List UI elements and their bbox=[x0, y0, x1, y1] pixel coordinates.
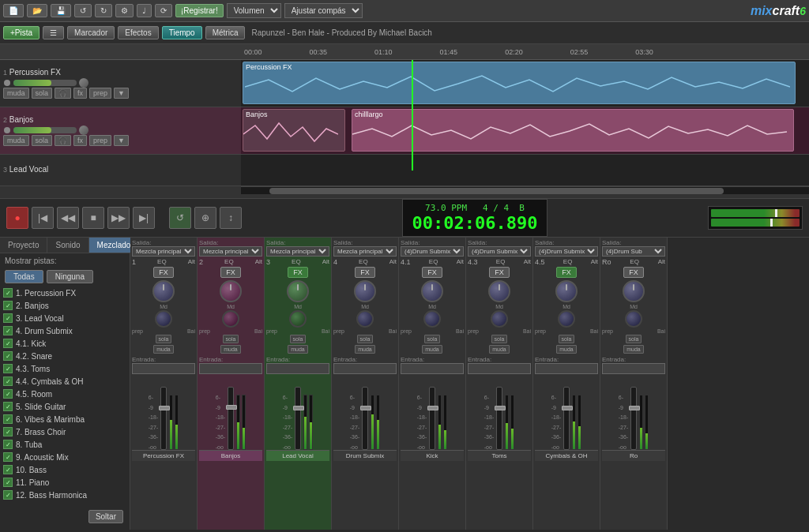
check-5[interactable]: ✓ bbox=[3, 339, 13, 348]
knob-room-small[interactable] bbox=[625, 310, 642, 328]
fader-handle-2[interactable] bbox=[226, 405, 237, 410]
check-4[interactable]: ✓ bbox=[3, 326, 13, 335]
fader-handle-43[interactable] bbox=[495, 406, 506, 410]
sidebar-item-6[interactable]: ✓ 4.2. Snare bbox=[0, 350, 130, 362]
input-select-1[interactable] bbox=[132, 363, 195, 374]
fx-btn-ch3[interactable]: FX bbox=[288, 267, 308, 278]
solo-ch4[interactable]: sola bbox=[357, 335, 374, 343]
mute-btn-1[interactable]: muda bbox=[3, 88, 29, 99]
punch-in-btn[interactable]: ⊕ bbox=[194, 207, 216, 229]
release-btn[interactable]: Soltar bbox=[88, 510, 123, 523]
solo-ch3[interactable]: sola bbox=[290, 335, 307, 343]
sidebar-item-1[interactable]: ✓ 1. Percussion FX bbox=[0, 287, 130, 299]
fader-track-41[interactable] bbox=[429, 387, 435, 450]
fader-handle-1[interactable] bbox=[159, 406, 170, 410]
fader-handle-room[interactable] bbox=[629, 406, 640, 410]
sidebar-item-4[interactable]: ✓ 4. Drum Submix bbox=[0, 324, 130, 337]
no-tracks-btn[interactable]: Ninguna bbox=[47, 270, 93, 283]
input-select-2[interactable] bbox=[199, 363, 262, 374]
knob-ch41-main[interactable] bbox=[421, 280, 443, 302]
volume-dropdown[interactable]: Volumen bbox=[227, 3, 281, 18]
mute-ch4[interactable]: muda bbox=[355, 345, 375, 354]
clip-banjos[interactable]: Banjos bbox=[243, 109, 345, 152]
metronome-btn[interactable]: ♩ bbox=[137, 4, 152, 17]
sidebar-item-12[interactable]: ✓ 7. Brass Choir bbox=[0, 425, 130, 438]
pan-icon-1[interactable]: 🎧 bbox=[55, 88, 71, 99]
fader-track-room[interactable] bbox=[630, 387, 637, 450]
knob-ch43-small[interactable] bbox=[491, 310, 508, 328]
output-select-4-5[interactable]: (4)Drum Submix bbox=[535, 246, 598, 257]
solo-ch2[interactable]: sola bbox=[223, 335, 239, 343]
sidebar-item-3[interactable]: ✓ 3. Lead Vocal bbox=[0, 312, 130, 324]
all-tracks-btn[interactable]: Todas bbox=[5, 270, 43, 283]
go-end-btn[interactable]: ▶| bbox=[133, 207, 155, 229]
fader-handle-3[interactable] bbox=[293, 406, 304, 410]
timeline-scrollbar[interactable] bbox=[241, 186, 809, 194]
mute-ch1[interactable]: muda bbox=[153, 345, 174, 354]
output-select-4-3[interactable]: (4)Drum Submix bbox=[468, 246, 531, 257]
solo-btn-2[interactable]: sola bbox=[32, 135, 53, 146]
marker-icon[interactable]: ☰ bbox=[43, 26, 64, 39]
fader-handle-4[interactable] bbox=[360, 406, 371, 410]
new-file-btn[interactable]: 📄 bbox=[3, 4, 24, 17]
fader-track-3[interactable] bbox=[295, 387, 301, 450]
fx-btn-ch1[interactable]: FX bbox=[153, 267, 174, 278]
input-select-41[interactable] bbox=[401, 363, 464, 374]
output-select-3[interactable]: Mezcla principal bbox=[266, 246, 329, 257]
sidebar-item-7[interactable]: ✓ 4.3. Toms bbox=[0, 362, 130, 375]
settings-btn[interactable]: ⚙ bbox=[115, 4, 134, 17]
mute-room[interactable]: muda bbox=[623, 345, 644, 354]
input-select-4[interactable] bbox=[333, 363, 397, 374]
tab-proyecto[interactable]: Proyecto bbox=[0, 238, 47, 253]
scratch-btn[interactable]: ↕ bbox=[220, 207, 242, 229]
record-btn[interactable]: ● bbox=[6, 207, 28, 229]
knob-ch1-small[interactable] bbox=[155, 310, 172, 328]
solo-ch41[interactable]: sola bbox=[424, 335, 441, 343]
fast-forward-btn[interactable]: ▶▶ bbox=[107, 207, 130, 229]
mute-btn-2[interactable]: muda bbox=[3, 135, 29, 146]
input-select-45[interactable] bbox=[535, 363, 598, 374]
knob-room-main[interactable] bbox=[623, 280, 645, 302]
pan-icon-2[interactable]: 🎧 bbox=[55, 135, 71, 146]
output-select-4-1[interactable]: (4)Drum Submix bbox=[401, 246, 464, 257]
check-1[interactable]: ✓ bbox=[3, 288, 13, 298]
output-select-4[interactable]: Mezcla principal bbox=[333, 246, 397, 257]
knob-ch4-small[interactable] bbox=[356, 310, 374, 328]
knob-ch45-small[interactable] bbox=[558, 310, 575, 328]
sidebar-item-5[interactable]: ✓ 4.1. Kick bbox=[0, 337, 130, 350]
adjust-dropdown[interactable]: Ajustar compás bbox=[284, 3, 363, 18]
fx-btn-ch43[interactable]: FX bbox=[489, 267, 510, 278]
loop-btn[interactable]: ⟳ bbox=[155, 4, 172, 17]
register-btn[interactable]: ¡Registrar! bbox=[175, 4, 224, 17]
check-15[interactable]: ✓ bbox=[3, 465, 13, 474]
fader-track-45[interactable] bbox=[563, 387, 570, 450]
mute-ch3[interactable]: muda bbox=[288, 345, 308, 354]
fader-track-43[interactable] bbox=[496, 387, 502, 450]
sidebar-item-16[interactable]: ✓ 11. Piano bbox=[0, 476, 130, 489]
go-start-btn[interactable]: |◀ bbox=[32, 207, 54, 229]
fx-btn-ch45[interactable]: FX bbox=[556, 267, 577, 278]
timeline-scroll-thumb[interactable] bbox=[269, 188, 724, 194]
check-6[interactable]: ✓ bbox=[3, 351, 13, 361]
effects-btn[interactable]: Efectos bbox=[118, 26, 158, 39]
mute-ch45[interactable]: muda bbox=[556, 345, 577, 354]
mute-ch2[interactable]: muda bbox=[220, 345, 241, 354]
output-select-2[interactable]: Mezcla principal bbox=[199, 246, 262, 257]
solo-room[interactable]: sola bbox=[626, 335, 642, 343]
loop-toggle-btn[interactable]: ↺ bbox=[169, 207, 191, 229]
expand-btn-2[interactable]: ▼ bbox=[114, 135, 129, 146]
knob-ch45-main[interactable] bbox=[555, 280, 578, 302]
fader-track-2[interactable] bbox=[228, 387, 234, 450]
sidebar-item-11[interactable]: ✓ 6. Vibes & Marimba bbox=[0, 413, 130, 425]
save-btn[interactable]: 💾 bbox=[51, 4, 71, 17]
prep-btn-2[interactable]: prep bbox=[89, 135, 111, 146]
check-8[interactable]: ✓ bbox=[3, 377, 13, 386]
marker-btn[interactable]: Marcador bbox=[67, 26, 115, 39]
sidebar-item-17[interactable]: ✓ 12. Bass Harmonica bbox=[0, 489, 130, 501]
input-select-3[interactable] bbox=[266, 363, 329, 374]
rewind-btn[interactable]: ◀◀ bbox=[57, 207, 79, 229]
fader-handle-41[interactable] bbox=[427, 406, 438, 410]
solo-btn-1[interactable]: sola bbox=[32, 88, 53, 99]
fader-handle-45[interactable] bbox=[562, 406, 573, 410]
sidebar-item-10[interactable]: ✓ 5. Slide Guitar bbox=[0, 400, 130, 413]
